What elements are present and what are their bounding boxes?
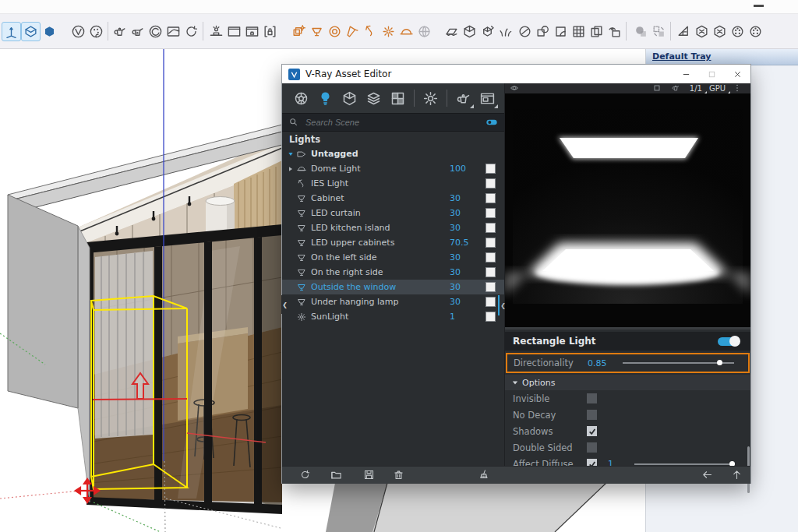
clipper-icon[interactable] — [516, 23, 534, 41]
checker-cube-icon[interactable] — [711, 23, 729, 41]
search-filter-toggle-icon[interactable] — [486, 118, 498, 127]
layers-tab-icon[interactable] — [364, 89, 383, 108]
expand-right-icon[interactable] — [286, 164, 295, 173]
save-icon[interactable] — [363, 469, 375, 481]
options-section-header[interactable]: Options — [505, 375, 750, 390]
preview-menu-icon[interactable] — [733, 83, 743, 93]
light-row-dome-light[interactable]: Dome Light100 — [282, 161, 504, 176]
close-button[interactable] — [725, 65, 750, 83]
light-intensity-value[interactable]: 30 — [450, 267, 486, 277]
stack-frames-icon[interactable] — [588, 23, 606, 41]
frame-rect-icon[interactable] — [164, 23, 182, 41]
default-tray-header[interactable]: Default Tray — [646, 48, 798, 65]
open-folder-icon[interactable] — [330, 469, 342, 481]
omni-light-icon[interactable] — [380, 23, 397, 41]
axes-tool-icon[interactable] — [2, 22, 21, 41]
light-enabled-checkbox[interactable] — [486, 282, 496, 292]
bulb-tab-icon[interactable] — [316, 89, 335, 108]
light-row-untagged[interactable]: Untagged — [282, 146, 504, 161]
fur-icon[interactable] — [496, 23, 514, 41]
preview-region-icon[interactable] — [652, 83, 662, 93]
option-slider[interactable] — [634, 463, 735, 465]
minimize-dash-icon[interactable] — [754, 5, 764, 7]
sphere-square-icon[interactable] — [632, 23, 650, 41]
light-enabled-checkbox[interactable] — [486, 178, 496, 188]
directionality-value[interactable]: 0.85 — [588, 358, 623, 368]
window-teapot-icon[interactable] — [243, 23, 261, 41]
light-intensity-value[interactable]: 30 — [450, 223, 486, 233]
light-enabled-checkbox[interactable] — [486, 164, 496, 174]
eye-frame-icon[interactable] — [606, 23, 623, 41]
search-input[interactable] — [304, 117, 486, 128]
preview-progress[interactable]: 1/1 — [690, 84, 704, 93]
expand-down-icon[interactable] — [286, 150, 295, 158]
swap-dots-icon[interactable] — [650, 23, 668, 41]
light-row-on-the-right-side[interactable]: On the right side30 — [282, 265, 504, 280]
lock-icon[interactable] — [261, 23, 279, 41]
checker-circle-icon[interactable] — [729, 23, 747, 41]
light-enabled-checkbox[interactable] — [486, 312, 496, 322]
component-cube-icon[interactable] — [41, 23, 58, 41]
directionality-slider[interactable] — [623, 362, 734, 364]
light-intensity-value[interactable]: 30 — [450, 282, 486, 292]
vray-logo-icon[interactable] — [69, 23, 87, 41]
light-intensity-value[interactable]: 1 — [450, 312, 486, 322]
light-row-led-curtain[interactable]: LED curtain30 — [282, 206, 504, 220]
checker-plane-icon[interactable] — [675, 23, 693, 41]
sphere-light-icon[interactable] — [326, 23, 344, 41]
minimize-button[interactable] — [673, 65, 699, 83]
purge-icon[interactable] — [478, 469, 490, 481]
render-preview[interactable] — [505, 93, 750, 329]
swirl-icon[interactable] — [147, 23, 164, 41]
light-row-under-hanging-lamp[interactable]: Under hanging lamp30 — [282, 294, 504, 309]
light-intensity-value[interactable]: 30 — [450, 252, 486, 262]
teapot-play-icon[interactable] — [129, 23, 147, 41]
preview-render-icon[interactable] — [671, 83, 681, 93]
light-enabled-checkbox[interactable] — [486, 193, 496, 203]
maximize-button[interactable] — [699, 65, 725, 83]
mesh-clip-icon[interactable] — [534, 23, 552, 41]
light-enabled-checkbox[interactable] — [486, 223, 496, 233]
light-intensity-value[interactable]: 30 — [450, 193, 486, 203]
spot-light-icon[interactable] — [344, 23, 362, 41]
collapse-left-chevron[interactable]: ❮ — [281, 295, 288, 314]
light-row-led-upper-cabinets[interactable]: LED upper cabinets70.5 — [282, 235, 504, 250]
light-enabled-checkbox[interactable] — [486, 267, 496, 277]
light-enabled-toggle[interactable] — [718, 337, 740, 346]
back-arrow-icon[interactable] — [701, 469, 713, 481]
light-enabled-checkbox[interactable] — [486, 252, 496, 262]
dome-light-icon[interactable] — [397, 23, 415, 41]
option-checkbox[interactable] — [587, 426, 597, 436]
geometry-tab-icon[interactable] — [340, 89, 359, 108]
tray-sun-icon[interactable] — [207, 23, 225, 41]
update-icon[interactable] — [299, 469, 311, 481]
proxy-export-icon[interactable] — [478, 23, 496, 41]
option-checkbox[interactable] — [587, 442, 597, 453]
rotate-tool-icon[interactable] — [21, 22, 41, 41]
light-enabled-checkbox[interactable] — [486, 238, 496, 248]
light-enabled-checkbox[interactable] — [486, 208, 496, 218]
refresh-icon[interactable] — [182, 23, 200, 41]
up-arrow-icon[interactable] — [731, 469, 743, 481]
light-row-sunlight[interactable]: SunLight1 — [282, 309, 504, 324]
light-intensity-value[interactable]: 70.5 — [450, 238, 486, 248]
light-row-led-kitchen-island[interactable]: LED kitchen island30 — [282, 220, 504, 235]
option-checkbox[interactable] — [587, 393, 597, 403]
frame-buffer-tab-icon[interactable] — [478, 89, 497, 108]
window-icon[interactable] — [225, 23, 243, 41]
option-checkbox[interactable] — [587, 410, 597, 420]
ies-light-icon[interactable] — [362, 23, 380, 41]
light-intensity-value[interactable]: 30 — [450, 297, 486, 307]
engine-selector[interactable]: GPU — [709, 84, 727, 93]
palette-icon[interactable] — [87, 23, 105, 41]
preview-orbit-icon[interactable] — [510, 83, 520, 93]
rect-light-icon[interactable] — [308, 23, 326, 41]
teapot-icon[interactable] — [111, 23, 129, 41]
light-enabled-checkbox[interactable] — [486, 297, 496, 307]
grid-tools-icon[interactable] — [570, 23, 588, 41]
light-gen-icon[interactable] — [290, 23, 308, 41]
render-elements-tab-icon[interactable] — [388, 89, 408, 108]
light-row-on-the-left-side[interactable]: On the left side30 — [282, 250, 504, 265]
delete-icon[interactable] — [393, 469, 404, 481]
slider-knob[interactable] — [717, 360, 722, 365]
